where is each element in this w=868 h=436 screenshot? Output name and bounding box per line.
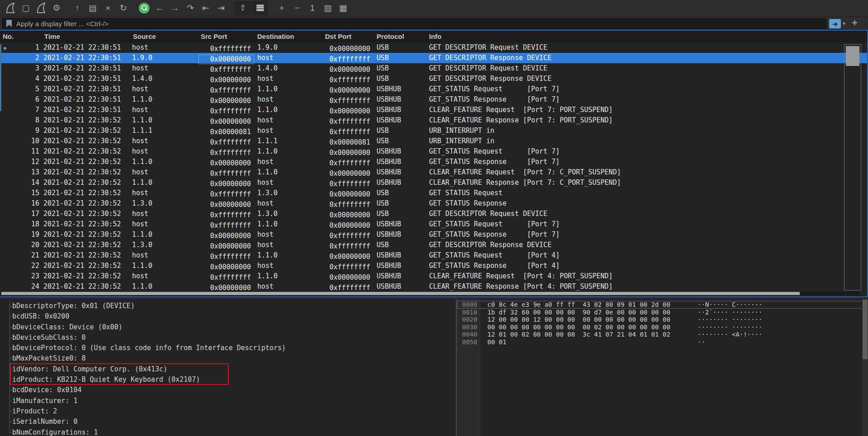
hex-row[interactable]: 0000 c0 8c 4e e3 9e a0 ff ff 43 02 80 09… [457, 301, 868, 309]
detail-tree-line[interactable]: bDescriptorType: 0x01 (DEVICE) [12, 301, 456, 311]
detail-tree-line[interactable]: bMaxPacketSize0: 8 [12, 353, 456, 364]
resize-columns-button[interactable]: ▥ [320, 1, 335, 15]
cell-destination: 1.1.0 [255, 146, 322, 157]
packet-row[interactable]: 16 2021-02-21 22:30:52 1.3.0 0x00000000 … [0, 198, 867, 209]
packet-row[interactable]: 5 2021-02-21 22:30:51 host 0xffffffff 1.… [0, 84, 867, 94]
column-header-dst-port[interactable]: Dst Port [322, 31, 374, 42]
detail-tree-line[interactable]: bDeviceClass: Device (0x00) [12, 322, 456, 333]
column-header-destination[interactable]: Destination [255, 31, 322, 42]
stop-capture-button[interactable]: ▢ [18, 1, 33, 15]
cell-no: 13 [0, 167, 42, 178]
packet-row[interactable]: 24 2021-02-21 22:30:52 1.1.0 0x00000000 … [0, 281, 867, 292]
cell-time: 2021-02-21 22:30:52 [42, 178, 130, 188]
save-file-button[interactable]: ▤ [85, 1, 100, 15]
packet-row[interactable]: 8 2021-02-21 22:30:52 1.1.0 0x00000000 h… [0, 115, 867, 126]
detail-tree-line[interactable]: iProduct: 2 [12, 406, 456, 417]
related-packets-line [0, 44, 1, 111]
cell-dst-port: 0x00000000 [322, 106, 374, 117]
hex-row[interactable]: 0030 00 00 00 00 00 00 00 00 00 02 00 00… [457, 323, 868, 331]
hex-row[interactable]: 0010 1b df 32 60 00 00 00 00 90 d7 0e 00… [457, 309, 868, 316]
cell-source: host [130, 250, 198, 261]
cell-source: 1.1.0 [130, 157, 198, 167]
column-header-source[interactable]: Source [130, 31, 198, 42]
packet-row[interactable]: 11 2021-02-21 22:30:52 host 0xffffffff 1… [0, 146, 867, 157]
go-first-packet-button[interactable]: ⇤ [198, 1, 213, 15]
bookmark-icon[interactable] [6, 20, 12, 27]
packet-row[interactable]: 1 2021-02-21 22:30:51 host 0xffffffff 1.… [0, 42, 867, 53]
packet-list-horizontal-scrollbar[interactable] [1, 291, 860, 295]
horizontal-scrollbar-thumb[interactable] [1, 292, 800, 295]
packet-row[interactable]: 2 2021-02-21 22:30:51 1.9.0 0x00000000 h… [0, 53, 867, 63]
go-back-button[interactable]: ← [152, 1, 167, 15]
column-header-info[interactable]: Info [426, 31, 867, 42]
filter-dropdown-caret-icon[interactable]: ▾ [843, 20, 845, 27]
cell-no: 18 [0, 219, 42, 230]
column-header-src-port[interactable]: Src Port [198, 31, 255, 42]
auto-scroll-toggle[interactable]: ≡▼ [235, 1, 250, 15]
packet-row[interactable]: 22 2021-02-21 22:30:52 1.1.0 0x00000000 … [0, 261, 867, 271]
display-filter-input[interactable]: Apply a display filter ... <Ctrl-/> [2, 18, 826, 29]
packet-row[interactable]: 18 2021-02-21 22:30:52 host 0xffffffff 1… [0, 219, 867, 230]
packet-row[interactable]: 17 2021-02-21 22:30:52 host 0xffffffff 1… [0, 209, 867, 219]
apply-filter-button[interactable]: ➔ [829, 19, 841, 28]
layout-button[interactable]: ▦ [335, 1, 351, 15]
hex-bytes: 00 01 [487, 338, 677, 346]
cell-time: 2021-02-21 22:30:51 [42, 63, 130, 74]
packet-row[interactable]: 20 2021-02-21 22:30:52 1.3.0 0x00000000 … [0, 240, 867, 250]
detail-tree-line[interactable]: bNumConfigurations: 1 [12, 427, 456, 436]
packet-row[interactable]: 14 2021-02-21 22:30:52 1.1.0 0x00000000 … [0, 178, 867, 188]
packet-row[interactable]: 19 2021-02-21 22:30:52 1.1.0 0x00000000 … [0, 230, 867, 240]
detail-tree-line[interactable]: bcdUSB: 0x0200 [12, 311, 456, 322]
go-forward-button[interactable]: → [167, 1, 183, 15]
packet-row[interactable]: 10 2021-02-21 22:30:52 host 0xffffffff 1… [0, 136, 867, 146]
detail-tree-line[interactable]: bcdDevice: 0x0104 [12, 385, 456, 395]
column-header-protocol[interactable]: Protocol [374, 31, 426, 42]
cell-destination: host [255, 198, 322, 209]
column-header-no[interactable]: No. [0, 31, 42, 42]
detail-tree-line[interactable]: bDeviceSubClass: 0 [12, 333, 456, 343]
main-toolbar: ▢ ⚙ ↑ ▤ × ↻ [0, 0, 868, 16]
go-to-packet-button[interactable]: ↷ [183, 1, 198, 15]
find-packet-button[interactable] [137, 1, 152, 15]
packet-row[interactable]: 3 2021-02-21 22:30:51 host 0xffffffff 1.… [0, 63, 867, 74]
hex-vertical-scrollbar[interactable] [862, 299, 868, 436]
hex-scrollbar-thumb[interactable] [863, 300, 868, 359]
cell-info: GET DESCRIPTOR Response DEVICE [426, 74, 867, 84]
hex-row[interactable]: 0020 12 00 00 00 12 00 00 00 00 00 00 00… [457, 316, 868, 323]
packet-row[interactable]: 6 2021-02-21 22:30:51 1.1.0 0x00000000 h… [0, 94, 867, 105]
capture-options-button[interactable]: ⚙ [49, 1, 64, 15]
detail-tree-line[interactable]: bDeviceProtocol: 0 (Use class code info … [12, 343, 456, 353]
zoom-reset-button[interactable]: 1 [305, 1, 320, 15]
packet-row[interactable]: 12 2021-02-21 22:30:52 1.1.0 0x00000000 … [0, 157, 867, 167]
zoom-in-button[interactable]: + [274, 1, 289, 15]
cell-src-port: 0xffffffff [198, 137, 255, 148]
packet-row[interactable]: 4 2021-02-21 22:30:51 1.4.0 0x00000000 h… [0, 74, 867, 84]
detail-tree-line[interactable]: iSerialNumber: 0 [12, 417, 456, 427]
detail-tree-line[interactable]: iManufacturer: 1 [12, 396, 456, 406]
vertical-scrollbar-thumb[interactable] [846, 46, 859, 66]
hex-row[interactable]: 0050 00 01 ·· [457, 338, 868, 346]
packet-row[interactable]: 9 2021-02-21 22:30:52 1.1.1 0x00000081 h… [0, 126, 867, 136]
packet-row[interactable]: 15 2021-02-21 22:30:52 host 0xffffffff 1… [0, 188, 867, 198]
packet-row[interactable]: 13 2021-02-21 22:30:52 host 0xffffffff 1… [0, 167, 867, 178]
close-file-button[interactable]: × [100, 1, 116, 15]
packet-row[interactable]: 7 2021-02-21 22:30:51 host 0xffffffff 1.… [0, 105, 867, 115]
reload-file-button[interactable]: ↻ [116, 1, 131, 15]
cell-info: CLEAR_FEATURE Response [Port 7: PORT_SUS… [426, 115, 867, 126]
restart-capture-button[interactable] [33, 1, 49, 15]
cell-destination: host [255, 230, 322, 240]
colorize-toggle[interactable] [252, 1, 268, 15]
column-header-time[interactable]: Time [42, 31, 130, 42]
hex-bytes: 00 00 00 00 00 00 00 00 00 02 00 00 00 0… [487, 323, 677, 331]
packet-row[interactable]: 23 2021-02-21 22:30:52 host 0xffffffff 1… [0, 271, 867, 281]
cell-time: 2021-02-21 22:30:51 [42, 84, 130, 94]
zoom-out-button[interactable]: − [289, 1, 305, 15]
start-capture-button[interactable] [3, 1, 18, 15]
go-last-packet-button[interactable]: ⇥ [213, 1, 229, 15]
packet-list-vertical-scrollbar[interactable] [844, 44, 861, 291]
hex-row[interactable]: 0040 12 01 00 02 00 00 00 08 3c 41 07 21… [457, 331, 868, 338]
cell-source: 1.1.0 [130, 178, 198, 188]
packet-row[interactable]: 21 2021-02-21 22:30:52 host 0xffffffff 1… [0, 250, 867, 261]
open-file-button[interactable]: ↑ [70, 1, 85, 15]
add-filter-button[interactable]: + [852, 17, 858, 29]
